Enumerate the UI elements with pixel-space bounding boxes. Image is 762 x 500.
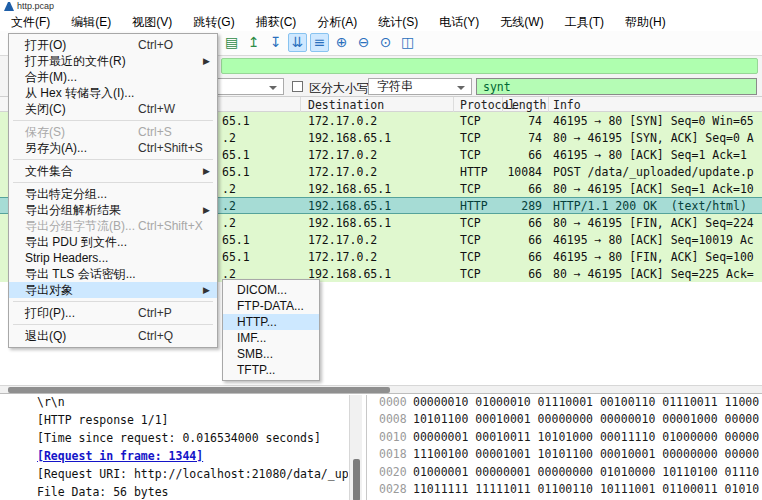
submenu-item[interactable]: HTTP... <box>223 314 319 330</box>
file-menu-item[interactable]: 导出特定分组... ▶ <box>9 186 217 202</box>
bytes-row[interactable]: 0008 10101100 00010001 00000000 00000010… <box>367 412 762 429</box>
column-divider[interactable] <box>548 97 549 112</box>
file-menu-item[interactable]: 保存(S) Ctrl+S ▶ <box>9 124 217 140</box>
file-menu-item[interactable]: 合并(M)... ▶ <box>9 69 217 85</box>
bytes-offset: 0008 <box>379 412 413 429</box>
file-menu-item[interactable]: 导出分组字节流(B)... Ctrl+Shift+X ▶ <box>9 218 217 234</box>
zoom-in-icon[interactable]: ⊕ <box>332 33 351 52</box>
menu-bar-item[interactable]: 电话(Y) <box>436 13 482 32</box>
resize-columns-icon[interactable]: ◫ <box>398 33 417 52</box>
packet-source: 65.1 <box>222 233 302 247</box>
file-menu-item[interactable]: 打印(P)... Ctrl+P ▶ <box>9 305 217 321</box>
submenu-item[interactable]: SMB... <box>223 346 319 362</box>
file-menu-item[interactable]: 打开最近的文件(R) ▶ <box>9 53 217 69</box>
file-menu-item[interactable]: 退出(Q) Ctrl+Q ▶ <box>9 328 217 344</box>
menu-bar-item[interactable]: 帮助(H) <box>622 13 669 32</box>
packet-info: POST /data/_uploaded/update.p <box>553 165 762 179</box>
detail-line[interactable]: [Request in frame: 1344] <box>0 449 348 467</box>
wireshark-window: http.pcap 文件(F) 编辑(E) 视图(V) 跳转(G) 捕获(C) … <box>0 0 762 500</box>
menu-bar-item[interactable]: 文件(F) <box>8 13 53 32</box>
file-menu-item[interactable]: 关闭(C) Ctrl+W ▶ <box>9 101 217 117</box>
bytes-offset: 0028 <box>379 482 413 499</box>
toolbar-icons: ▤ ↥ ↧ ⇊ ≡ ⊕ ⊖ ⊙ ◫ <box>222 33 417 52</box>
case-sensitive-checkbox[interactable] <box>292 81 303 92</box>
detail-line[interactable]: [Request URI: http://localhost:21080/dat… <box>0 467 348 485</box>
packet-destination: 172.17.0.2 <box>308 250 453 264</box>
packet-info: HTTP/1.1 200 OK (text/html) <box>553 199 762 213</box>
detail-line[interactable]: File Data: 56 bytes <box>0 485 348 500</box>
detail-vertical-scrollbar[interactable] <box>349 395 362 500</box>
packet-info: 46195 → 80 [ACK] Seq=1 Ack=1 <box>553 148 762 162</box>
auto-scroll-icon[interactable]: ⇊ <box>288 33 307 52</box>
menu-bar: 文件(F) 编辑(E) 视图(V) 跳转(G) 捕获(C) 分析(A) 统计(S… <box>0 13 762 31</box>
file-menu-item[interactable]: 打开(O) Ctrl+O ▶ <box>9 37 217 53</box>
bytes-row[interactable]: 0000 00000010 01000010 01110001 00100110… <box>367 395 762 412</box>
menu-bar-item[interactable]: 捕获(C) <box>253 13 300 32</box>
detail-line[interactable]: [HTTP response 1/1] <box>0 413 348 431</box>
coloring-rules-icon[interactable]: ▤ <box>222 33 241 52</box>
menu-bar-item[interactable]: 跳转(G) <box>190 13 237 32</box>
menu-item-label: 导出对象 <box>25 282 73 299</box>
packet-length: 74 <box>480 131 542 145</box>
detail-line[interactable]: [Time since request: 0.016534000 seconds… <box>0 431 348 449</box>
detail-vertical-scrollbar-thumb[interactable] <box>353 459 360 500</box>
file-menu-item[interactable]: 导出 TLS 会话密钥... ▶ <box>9 266 217 282</box>
column-divider[interactable] <box>300 97 301 112</box>
column-divider[interactable] <box>453 97 454 112</box>
detail-line[interactable]: \r\n <box>0 395 348 413</box>
file-menu-item[interactable]: 另存为(A)... Ctrl+Shift+S ▶ <box>9 140 217 156</box>
menu-item-shortcut: Ctrl+O <box>138 38 173 52</box>
packet-info: 46195 → 80 [FIN, ACK] Seq=100 <box>553 250 762 264</box>
submenu-item[interactable]: FTP-DATA... <box>223 298 319 314</box>
bytes-row[interactable]: 0010 00000001 00010011 10101000 00011110… <box>367 430 762 447</box>
packet-source: .2 <box>222 216 302 230</box>
bytes-binary: 11100100 00001001 10101100 00010001 0000… <box>413 447 759 464</box>
go-last-packet-icon[interactable]: ↧ <box>266 33 285 52</box>
zoom-out-icon[interactable]: ⊖ <box>354 33 373 52</box>
bytes-row[interactable]: 0018 11100100 00001001 10101100 00010001… <box>367 447 762 464</box>
menu-item-label: 导出分组解析结果 <box>25 202 121 219</box>
menu-bar-item[interactable]: 统计(S) <box>375 13 421 32</box>
file-menu-item[interactable]: Strip Headers... ▶ <box>9 250 217 266</box>
zoom-100-icon[interactable]: ⊙ <box>376 33 395 52</box>
go-first-packet-icon[interactable]: ↥ <box>244 33 263 52</box>
submenu-arrow-icon: ▶ <box>203 205 210 215</box>
submenu-item[interactable]: IMF... <box>223 330 319 346</box>
submenu-item[interactable]: TFTP... <box>223 362 319 378</box>
bytes-row[interactable]: 0028 11011111 11111011 01100110 10111001… <box>367 482 762 499</box>
file-menu-item[interactable]: 文件集合 ▶ <box>9 163 217 179</box>
packet-source: .2 <box>222 199 302 213</box>
column-header-destination[interactable]: Destination <box>308 98 384 112</box>
menu-item-label: 导出特定分组... <box>25 186 107 203</box>
menu-bar-item[interactable]: 工具(T) <box>562 13 607 32</box>
bytes-binary: 00000001 00010011 10101000 00011110 0100… <box>413 430 759 447</box>
file-menu-item[interactable]: 导出分组解析结果 ▶ <box>9 202 217 218</box>
horizontal-scrollbar[interactable] <box>0 385 762 393</box>
find-type-dropdown[interactable]: 字符串 <box>368 78 472 95</box>
menu-item-label: 打开(O) <box>25 37 66 54</box>
colorize-packet-list-icon[interactable]: ≡ <box>310 33 329 52</box>
column-header-length[interactable]: Length <box>505 98 547 112</box>
menu-bar-item[interactable]: 分析(A) <box>314 13 360 32</box>
file-menu-item[interactable]: 导出 PDU 到文件... ▶ <box>9 234 217 250</box>
file-menu-item[interactable]: 从 Hex 转储导入(I)... ▶ <box>9 85 217 101</box>
file-menu-item[interactable]: 导出对象 ▶ <box>9 282 217 298</box>
packet-destination: 192.168.65.1 <box>308 199 453 213</box>
bytes-binary: 01000001 00000001 00000000 01010000 1011… <box>413 465 759 482</box>
find-input[interactable]: synt <box>476 78 757 95</box>
column-header-info[interactable]: Info <box>553 98 581 112</box>
bytes-row[interactable]: 0020 01000001 00000001 00000000 01010000… <box>367 465 762 482</box>
menu-bar-item[interactable]: 视图(V) <box>129 13 175 32</box>
display-filter-input[interactable] <box>221 58 758 74</box>
menu-item-label: 另存为(A)... <box>25 140 87 157</box>
menu-item-label: 文件集合 <box>25 163 73 180</box>
bytes-offset: 0000 <box>379 395 413 412</box>
menu-bar-item[interactable]: 无线(W) <box>497 13 546 32</box>
menu-item-label: 保存(S) <box>25 124 65 141</box>
packet-length: 66 <box>480 233 542 247</box>
packet-length: 66 <box>480 216 542 230</box>
packet-source: 65.1 <box>222 165 302 179</box>
submenu-item[interactable]: DICOM... <box>223 282 319 298</box>
menu-bar-item[interactable]: 编辑(E) <box>68 13 114 32</box>
packet-length: 74 <box>480 114 542 128</box>
